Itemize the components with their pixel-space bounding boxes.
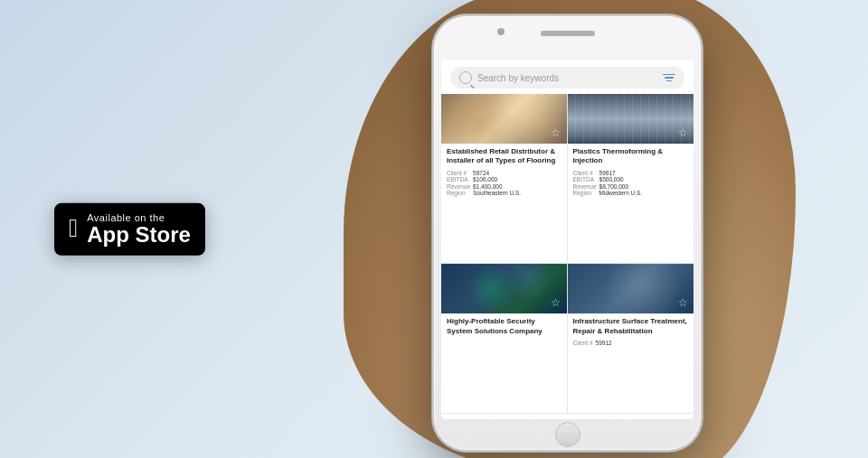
listing-title-3: Highly-Profitable Security System Soluti… <box>447 317 561 336</box>
listing-details-1: Client # 59724 EBITDA $106,000 Revenue $… <box>447 170 561 197</box>
listing-image-flooring: ☆ <box>441 94 567 144</box>
listing-content-2: Plastics Thermoforming & Injection Clien… <box>568 144 694 201</box>
listing-card-2[interactable]: ☆ Plastics Thermoforming & Injection Cli… <box>568 94 694 264</box>
listing-content-3: Highly-Profitable Security System Soluti… <box>441 313 567 344</box>
label-ebitda-2: EBITDA <box>573 176 597 182</box>
listing-card-3[interactable]: ☆ Highly-Profitable Security System Solu… <box>441 264 568 414</box>
label-region-2: Region <box>573 190 597 196</box>
favorite-star-3[interactable]: ☆ <box>549 295 563 310</box>
value-ebitda-2: $500,000 <box>599 176 688 182</box>
label-client-4: Client # <box>573 340 593 346</box>
apple-icon:  <box>69 215 78 240</box>
listing-content-4: Infrastructure Surface Treatment, Repair… <box>568 313 694 351</box>
value-ebitda-1: $106,000 <box>473 176 561 182</box>
value-revenue-2: $8,700,000 <box>599 183 688 190</box>
listing-card-4[interactable]: ☆ Infrastructure Surface Treatment, Repa… <box>568 264 694 414</box>
search-input-wrap[interactable]: Search by keywords <box>450 67 684 89</box>
phone-screen: Search by keywords ☆ Established Retail … <box>441 60 693 419</box>
listing-title-1: Established Retail Distributor & Install… <box>447 147 561 166</box>
label-ebitda-1: EBITDA <box>447 176 470 182</box>
filter-icon[interactable] <box>663 74 675 82</box>
search-placeholder: Search by keywords <box>477 73 657 83</box>
label-revenue-2: Revenue <box>573 183 597 190</box>
label-client-2: Client # <box>573 170 597 176</box>
label-region-1: Region <box>447 190 470 196</box>
value-client-4: 59912 <box>596 340 688 346</box>
value-region-1: Southeastern U.S. <box>473 190 561 196</box>
app-store-badge[interactable]:  Available on the App Store <box>54 202 205 255</box>
search-bar[interactable]: Search by keywords <box>441 60 693 94</box>
phone-frame: Search by keywords ☆ Established Retail … <box>434 16 701 450</box>
favorite-star-2[interactable]: ☆ <box>675 126 690 140</box>
phone-bottom <box>434 419 701 450</box>
listing-image-business: ☆ <box>568 264 694 313</box>
phone-speaker <box>541 31 595 36</box>
home-button[interactable] <box>555 422 580 447</box>
label-client-1: Client # <box>447 170 470 176</box>
listing-image-circuit: ☆ <box>441 264 567 313</box>
badge-text: Available on the App Store <box>87 211 191 246</box>
value-client-2: 59917 <box>599 170 688 176</box>
phone-camera <box>497 28 505 35</box>
listing-card-1[interactable]: ☆ Established Retail Distributor & Insta… <box>441 94 568 264</box>
phone-top <box>434 16 701 60</box>
label-revenue-1: Revenue <box>447 183 470 190</box>
listings-grid: ☆ Established Retail Distributor & Insta… <box>441 94 693 414</box>
search-icon <box>459 71 472 84</box>
favorite-star-1[interactable]: ☆ <box>549 126 563 140</box>
value-revenue-1: $1,400,000 <box>473 183 561 190</box>
listing-title-2: Plastics Thermoforming & Injection <box>573 147 689 166</box>
listing-details-2: Client # 59917 EBITDA $500,000 Revenue $… <box>573 170 689 197</box>
listing-content-1: Established Retail Distributor & Install… <box>441 144 567 201</box>
listing-image-metal: ☆ <box>568 94 694 144</box>
value-region-2: Midwestern U.S. <box>599 190 688 196</box>
value-client-1: 59724 <box>473 170 561 176</box>
favorite-star-4[interactable]: ☆ <box>675 295 690 310</box>
badge-store-text: App Store <box>87 222 191 246</box>
listing-details-4: Client # 59912 <box>573 340 689 346</box>
listing-title-4: Infrastructure Surface Treatment, Repair… <box>573 317 689 336</box>
